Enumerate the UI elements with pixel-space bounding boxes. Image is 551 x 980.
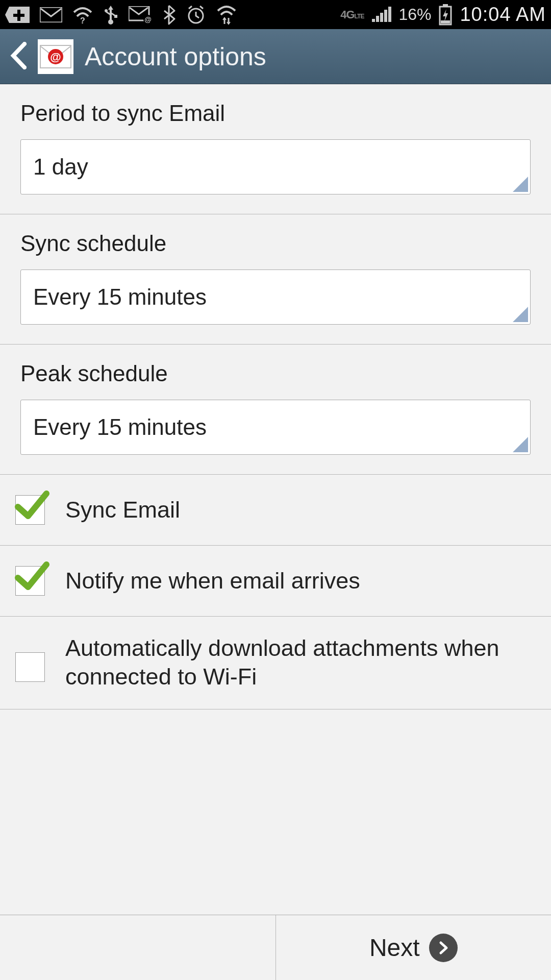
sync-schedule-label: Sync schedule	[20, 231, 531, 256]
footer-bar: Next	[0, 915, 551, 980]
plus-tag-icon	[5, 7, 30, 23]
envelope-icon	[40, 7, 62, 22]
sync-email-row[interactable]: Sync Email	[0, 475, 551, 546]
auto-download-label: Automatically download attachments when …	[65, 634, 536, 692]
signal-icon	[371, 7, 391, 23]
bluetooth-icon	[162, 5, 176, 25]
svg-point-3	[105, 9, 108, 12]
notify-checkbox[interactable]	[15, 566, 45, 596]
network-4g-label: 4GLTE	[340, 8, 364, 21]
peak-schedule-spinner[interactable]: Every 15 minutes	[20, 400, 531, 455]
clock: 10:04 AM	[460, 4, 546, 26]
envelope-at-icon: @	[129, 6, 152, 23]
sync-schedule-spinner[interactable]: Every 15 minutes	[20, 270, 531, 325]
battery-percent: 16%	[398, 5, 431, 24]
usb-icon	[103, 5, 118, 25]
email-app-icon: @	[38, 39, 73, 74]
sync-schedule-section: Sync schedule Every 15 minutes	[0, 214, 551, 345]
peak-schedule-label: Peak schedule	[20, 361, 531, 386]
period-section: Period to sync Email 1 day	[0, 84, 551, 214]
notify-label: Notify me when email arrives	[65, 567, 360, 595]
auto-download-row[interactable]: Automatically download attachments when …	[0, 617, 551, 709]
period-spinner[interactable]: 1 day	[20, 139, 531, 194]
period-label: Period to sync Email	[20, 101, 531, 126]
page-title: Account options	[85, 42, 266, 71]
auto-download-checkbox[interactable]	[15, 652, 45, 682]
settings-list: Period to sync Email 1 day Sync schedule…	[0, 84, 551, 709]
svg-text:@: @	[50, 51, 61, 63]
svg-text:?: ?	[80, 16, 85, 23]
svg-rect-10	[443, 4, 448, 7]
peak-schedule-section: Peak schedule Every 15 minutes	[0, 345, 551, 475]
svg-rect-11	[441, 20, 450, 23]
status-bar: ? @ 4GLTE 16% 10:04 AM	[0, 0, 551, 29]
sync-email-checkbox[interactable]	[15, 495, 45, 525]
chevron-right-icon	[429, 934, 458, 962]
next-button[interactable]: Next	[369, 934, 458, 962]
svg-rect-0	[40, 7, 62, 22]
wifi-transfer-icon	[216, 5, 238, 25]
notify-row[interactable]: Notify me when email arrives	[0, 546, 551, 617]
sync-email-label: Sync Email	[65, 496, 180, 524]
next-label: Next	[369, 934, 420, 962]
svg-text:@: @	[144, 15, 152, 23]
footer-left	[0, 915, 276, 980]
battery-charging-icon	[438, 4, 453, 26]
action-bar: @ Account options	[0, 29, 551, 84]
svg-point-2	[108, 19, 113, 24]
period-value: 1 day	[33, 154, 88, 180]
peak-schedule-value: Every 15 minutes	[33, 414, 207, 440]
sync-schedule-value: Every 15 minutes	[33, 284, 207, 310]
back-icon[interactable]	[9, 42, 27, 71]
svg-rect-4	[114, 15, 117, 18]
wifi-query-icon: ?	[72, 6, 93, 23]
alarm-icon	[186, 5, 206, 25]
